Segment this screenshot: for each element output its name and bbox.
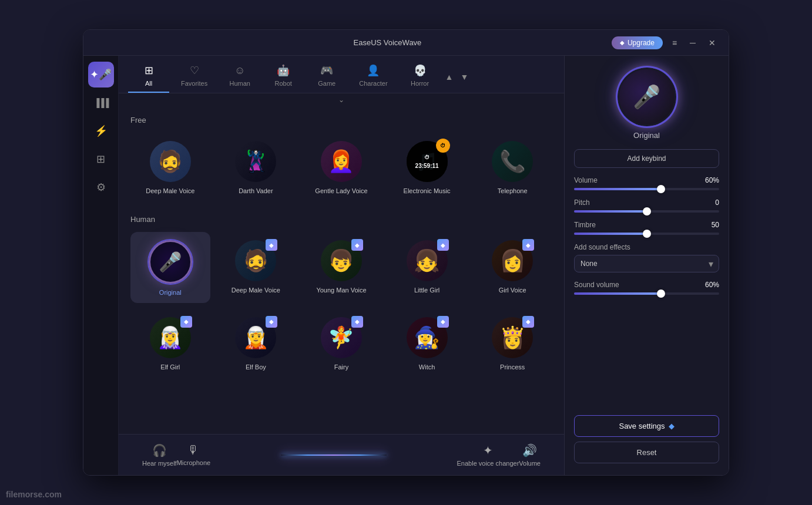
microphone-icon: 🎙: [187, 443, 199, 457]
sound-effects-label: Add sound effects: [574, 243, 719, 251]
sidebar-item-lightning[interactable]: ⚡: [88, 118, 114, 144]
voice-card-original[interactable]: 🎤 Original: [130, 232, 210, 302]
voice-card-little-girl[interactable]: 👧 ◆ Little Girl: [387, 232, 467, 302]
voice-card-young-man[interactable]: 👦 ◆ Young Man Voice: [301, 232, 381, 302]
save-settings-button[interactable]: Save settings ◆: [574, 415, 719, 437]
lightning-icon: ⚡: [95, 124, 108, 137]
timbre-slider-track[interactable]: [574, 233, 719, 235]
hear-myself-icon: 🎧: [152, 443, 167, 457]
voice-card-telephone[interactable]: 📞 Telephone: [472, 133, 552, 201]
tab-human[interactable]: ☺ Human: [219, 61, 260, 93]
voice-name-elf-girl: Elf Girl: [160, 363, 180, 371]
tab-robot[interactable]: 🤖 Robot: [263, 60, 304, 93]
volume-slider-track[interactable]: [574, 188, 719, 190]
tab-character[interactable]: 👤 Character: [350, 60, 397, 93]
sidebar-item-voice[interactable]: ✦🎤: [88, 62, 114, 87]
little-girl-avatar: 👧: [414, 248, 440, 273]
voice-card-elf-girl[interactable]: 🧝‍♀️ ◆ Elf Girl: [130, 309, 210, 377]
sound-volume-slider-fill: [574, 292, 661, 295]
voice-card-electronic-music[interactable]: 🎵 ⏱ 23:59:11 ⏱ Electronic Music: [387, 133, 467, 201]
timbre-slider-value: 50: [712, 221, 719, 229]
enable-voice-changer-icon: ✦: [483, 443, 493, 457]
human-section-label: Human: [130, 215, 552, 224]
tab-all-label: All: [145, 80, 152, 87]
deep-male-h-wrapper: 🧔 ◆: [235, 240, 276, 281]
sidebar-item-settings[interactable]: ⚙: [88, 174, 114, 200]
tab-horror[interactable]: 💀 Horror: [400, 60, 441, 93]
tab-favorites[interactable]: ♡ Favorites: [172, 60, 217, 93]
microphone-button[interactable]: 🎙 Microphone: [177, 443, 210, 466]
add-keybind-button[interactable]: Add keybind: [574, 149, 719, 168]
tab-scroll-down[interactable]: ▼: [458, 70, 471, 84]
volume-slider-label: Volume: [574, 176, 598, 184]
voice-name-gentle-lady: Gentle Lady Voice: [315, 187, 367, 195]
girl-voice-avatar: 👩: [499, 248, 526, 273]
voice-card-deep-male-h[interactable]: 🧔 ◆ Deep Male Voice: [216, 232, 296, 302]
upgrade-button[interactable]: Upgrade: [612, 36, 663, 49]
young-man-avatar: 👦: [328, 248, 354, 273]
elf-girl-avatar: 🧝‍♀️: [157, 325, 183, 350]
volume-button[interactable]: 🔊 Volume: [519, 443, 541, 467]
free-section-label: Free: [130, 116, 552, 124]
mic-star-icon: ✦🎤: [90, 68, 112, 81]
enable-voice-changer-label: Enable voice changer: [457, 460, 519, 467]
voice-card-girl-voice[interactable]: 👩 ◆ Girl Voice: [472, 232, 552, 302]
settings-icon: ⚙: [96, 181, 106, 194]
voice-name-little-girl: Little Girl: [414, 286, 439, 294]
pitch-slider-value: 0: [715, 198, 719, 207]
pitch-slider-thumb[interactable]: [643, 207, 651, 216]
voice-card-darth-vader[interactable]: 🦹 Darth Vader: [216, 133, 296, 201]
sound-effects-section: Add sound effects None Echo Reverb: [574, 243, 719, 272]
sound-volume-slider-value: 60%: [705, 281, 719, 289]
tab-bar: ⊞ All ♡ Favorites ☺ Human 🤖 Robot 🎮: [119, 56, 564, 93]
sound-effects-select[interactable]: None Echo Reverb: [574, 255, 719, 272]
tab-favorites-label: Favorites: [181, 80, 207, 87]
diamond-badge-8: ◆: [437, 316, 449, 328]
elf-girl-wrapper: 🧝‍♀️ ◆: [150, 317, 191, 358]
reset-button[interactable]: Reset: [574, 442, 719, 463]
elf-boy-avatar: 🧝: [243, 325, 269, 350]
sound-volume-slider-track[interactable]: [574, 292, 719, 295]
voice-card-witch[interactable]: 🧙‍♀️ ◆ Witch: [387, 309, 467, 377]
original-mic-icon: 🎤: [159, 251, 182, 273]
voice-name-original: Original: [159, 288, 182, 297]
voice-card-princess[interactable]: 👸 ◆ Princess: [472, 309, 552, 377]
original-avatar-ring: 🎤: [149, 240, 192, 284]
sidebar: ✦🎤 ▐▐▐ ⚡ ⊞ ⚙: [83, 56, 119, 475]
diamond-badge-5: ◆: [180, 316, 192, 328]
timbre-slider-thumb[interactable]: [643, 230, 651, 238]
tab-scroll-up[interactable]: ▲: [443, 70, 456, 84]
deep-male-avatar: 🧔: [157, 149, 183, 174]
tab-all[interactable]: ⊞ All: [128, 60, 169, 93]
voice-name-fairy: Fairy: [334, 363, 348, 371]
close-button[interactable]: ✕: [705, 37, 719, 49]
voice-name-electronic-music: Electronic Music: [404, 187, 451, 195]
equalizer-icon: ▐▐▐: [94, 98, 108, 107]
enable-voice-changer-button[interactable]: ✦ Enable voice changer: [457, 443, 519, 467]
voice-name-elf-boy: Elf Boy: [246, 363, 266, 371]
volume-slider-fill: [574, 188, 661, 190]
right-bottom-buttons: Save settings ◆ Reset: [574, 407, 719, 463]
voice-card-elf-boy[interactable]: 🧝 ◆ Elf Boy: [216, 309, 296, 377]
sidebar-item-equalizer[interactable]: ▐▐▐: [88, 90, 114, 116]
diamond-badge-3: ◆: [437, 239, 449, 251]
pitch-slider-track[interactable]: [574, 210, 719, 213]
menu-button[interactable]: ≡: [669, 37, 680, 49]
voice-card-deep-male[interactable]: 🧔 Deep Male Voice: [130, 133, 210, 201]
sound-effects-select-wrapper: None Echo Reverb: [574, 255, 719, 272]
minimize-button[interactable]: ─: [686, 37, 699, 49]
volume-slider-value: 60%: [705, 176, 719, 184]
sidebar-item-mixer[interactable]: ⊞: [88, 146, 114, 172]
voice-card-gentle-lady[interactable]: 👩‍🦰 Gentle Lady Voice: [301, 133, 381, 201]
hear-myself-button[interactable]: 🎧 Hear myself: [142, 443, 177, 467]
timbre-slider-fill: [574, 233, 647, 235]
sound-volume-slider-thumb[interactable]: [657, 289, 665, 298]
witch-avatar: 🧙‍♀️: [414, 325, 440, 350]
tab-game[interactable]: 🎮 Game: [306, 60, 347, 93]
volume-slider-thumb[interactable]: [657, 185, 665, 193]
volume-icon: 🔊: [522, 443, 537, 457]
diamond-badge-4: ◆: [522, 239, 534, 251]
tab-chevron[interactable]: ⌄: [119, 93, 564, 106]
voice-card-fairy[interactable]: 🧚 ◆ Fairy: [301, 309, 381, 377]
selected-voice-label: Original: [633, 131, 660, 140]
